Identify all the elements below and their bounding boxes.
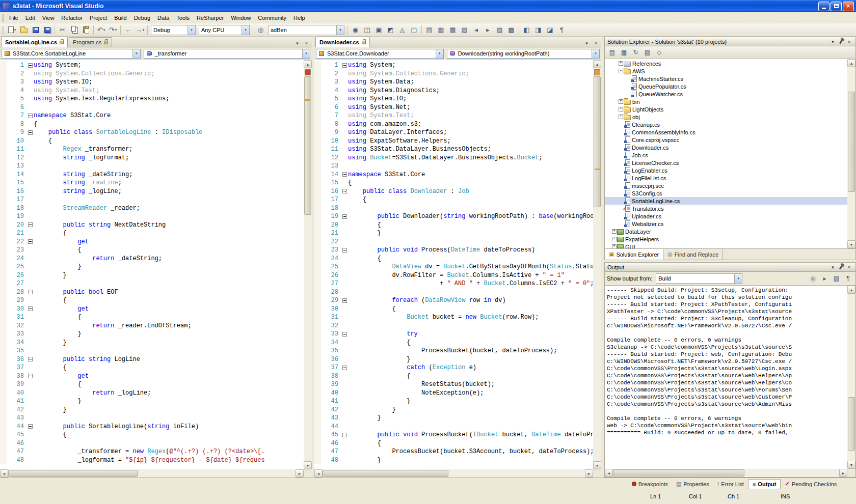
fold-collapse-icon[interactable] [342, 172, 347, 177]
scrollbar-thumb[interactable] [848, 397, 855, 451]
open-file-button[interactable] [18, 24, 30, 36]
scrollbar-thumb[interactable] [594, 76, 601, 207]
scrollbar-thumb[interactable] [613, 469, 744, 477]
scroll-left-button[interactable]: ◄ [605, 469, 613, 477]
chevron-down-icon[interactable]: ▾ [242, 25, 249, 35]
clear-bookmarks-button[interactable]: ◪ [544, 24, 556, 36]
close-document-button[interactable]: × [303, 39, 310, 47]
expand-icon[interactable]: + [619, 61, 623, 66]
close-panel-button[interactable]: × [845, 264, 853, 271]
copy-button[interactable] [68, 24, 80, 36]
properties-button[interactable]: ▤ [607, 47, 618, 58]
previous-bookmark-button[interactable]: ◧ [521, 24, 532, 36]
decrease-indent-button[interactable]: ◂ [470, 24, 482, 36]
scrollbar-thumb[interactable] [304, 76, 311, 215]
close-document-button[interactable]: × [592, 39, 600, 47]
tree-item-GUI[interactable]: +GUI [605, 243, 847, 248]
expand-icon[interactable]: + [612, 229, 617, 234]
view-class-diagram-button[interactable]: ◇ [654, 47, 664, 58]
tree-item-obj[interactable]: +obj [605, 113, 847, 121]
find-combo[interactable]: adBen ▾ [268, 25, 344, 35]
output-content[interactable]: ------ Skipped Build: Project: S3setup, … [604, 285, 856, 478]
fold-collapse-icon[interactable] [28, 374, 33, 378]
scroll-right-button[interactable]: ► [585, 469, 593, 478]
expand-icon[interactable]: + [619, 107, 623, 111]
parameter-info-button[interactable]: ▥ [435, 24, 447, 36]
chevron-down-icon[interactable]: ▾ [436, 49, 443, 58]
object-browser-button[interactable]: ◬ [396, 24, 408, 36]
toggle-bookmark-button[interactable]: ◫ [361, 24, 373, 36]
paste-button[interactable] [80, 24, 92, 36]
menu-item-resharper[interactable]: ReSharper [193, 13, 227, 22]
chevron-down-icon[interactable]: ▾ [336, 25, 344, 35]
dock-tab-output[interactable]: ≡Output [748, 479, 781, 489]
tree-item-MachineStarter.cs[interactable]: MachineStarter.cs [605, 75, 847, 82]
minimize-button[interactable] [818, 2, 830, 11]
output-titlebar[interactable]: Output ▾ × [604, 262, 856, 272]
auto-hide-pin-button[interactable] [837, 38, 845, 45]
next-bookmark-button[interactable]: ◨ [532, 24, 544, 36]
tree-item-QueuePopulator.cs[interactable]: QueuePopulator.cs [605, 82, 847, 90]
menu-item-debug[interactable]: Debug [130, 13, 154, 22]
fold-collapse-icon[interactable] [342, 189, 347, 193]
scrollbar-track[interactable] [847, 67, 855, 240]
tree-item-LicenseChecker.cs[interactable]: LicenseChecker.cs [605, 159, 847, 166]
active-files-dropdown-button[interactable]: ▾ [293, 39, 301, 47]
scrollbar-track[interactable] [593, 76, 601, 461]
scroll-left-button[interactable]: ◄ [0, 469, 8, 478]
tree-item-Downloader.cs[interactable]: Downloader.cs [605, 144, 847, 151]
scrollbar-track[interactable] [8, 469, 296, 478]
fold-collapse-icon[interactable] [28, 114, 33, 118]
save-button[interactable] [30, 24, 41, 36]
output-source-combo[interactable]: Build ▾ [656, 273, 742, 284]
resharper-warning-mark[interactable] [595, 169, 600, 170]
fold-collapse-icon[interactable] [342, 433, 347, 437]
navigate-backward-button[interactable]: ← [122, 24, 134, 36]
menu-item-window[interactable]: Window [227, 13, 254, 22]
menu-item-data[interactable]: Data [154, 13, 173, 22]
toolbar-grip[interactable] [2, 14, 4, 22]
tree-item-Core.csproj.vspscc[interactable]: Core.csproj.vspscc [605, 136, 847, 144]
tab-solution-explorer[interactable]: ▣ Solution Explorer [605, 249, 663, 260]
member-list-button[interactable]: ▤ [423, 24, 435, 36]
scrollbar-thumb[interactable] [323, 470, 448, 477]
dock-tab-error-list[interactable]: !Error List [713, 479, 748, 489]
tree-item-Uploader.cs[interactable]: Uploader.cs [605, 212, 847, 220]
editor-tab-Program.cs[interactable]: Program.cs [69, 37, 112, 47]
cut-button[interactable]: ✂ [57, 24, 68, 36]
fold-collapse-icon[interactable] [342, 63, 347, 68]
tree-item-bin[interactable]: +bin [605, 98, 847, 105]
chevron-down-icon[interactable]: ▾ [188, 25, 195, 35]
scrollbar-track[interactable] [323, 469, 585, 478]
fold-collapse-icon[interactable] [28, 306, 33, 311]
quick-info-button[interactable]: ▦ [447, 24, 459, 36]
navigate-forward-button[interactable]: →▾ [134, 24, 146, 36]
expand-icon[interactable]: + [619, 99, 623, 104]
tree-item-ExpatHelpers[interactable]: +ExpatHelpers [605, 235, 847, 243]
auto-hide-pin-button[interactable] [837, 264, 845, 271]
resharper-warning-mark[interactable] [305, 99, 310, 101]
fold-collapse-icon[interactable] [28, 424, 33, 429]
go-to-message-button[interactable]: ▸ [819, 273, 830, 284]
properties-window-button[interactable]: ◩ [385, 24, 396, 36]
refresh-button[interactable]: ↻ [630, 47, 641, 58]
menu-item-refactor[interactable]: Refactor [58, 13, 86, 22]
undo-button[interactable]: ↶▾ [95, 24, 107, 36]
view-code-button[interactable]: ▧ [642, 47, 653, 58]
scroll-down-button[interactable]: ▼ [304, 461, 312, 469]
tree-item-Cleanup.cs[interactable]: Cleanup.cs [605, 121, 847, 128]
expand-icon[interactable]: + [619, 115, 623, 119]
horizontal-scrollbar[interactable]: ◄ ► [314, 469, 593, 478]
tree-item-Translator.cs[interactable]: ✓Translator.cs [605, 205, 847, 212]
fold-collapse-icon[interactable] [342, 248, 347, 253]
fold-collapse-icon[interactable] [28, 290, 33, 294]
tree-item-Job.cs[interactable]: Job.cs [605, 151, 847, 159]
fold-collapse-icon[interactable] [28, 222, 33, 227]
redo-button[interactable]: ↷▾ [107, 24, 119, 36]
close-panel-button[interactable]: × [845, 38, 853, 45]
toolbox-button[interactable]: ▢ [408, 24, 420, 36]
tree-item-Webalizer.cs[interactable]: Webalizer.cs [605, 220, 847, 228]
fold-collapse-icon[interactable] [342, 214, 347, 219]
fold-collapse-icon[interactable] [28, 357, 33, 361]
chevron-down-icon[interactable]: ▾ [592, 49, 599, 58]
